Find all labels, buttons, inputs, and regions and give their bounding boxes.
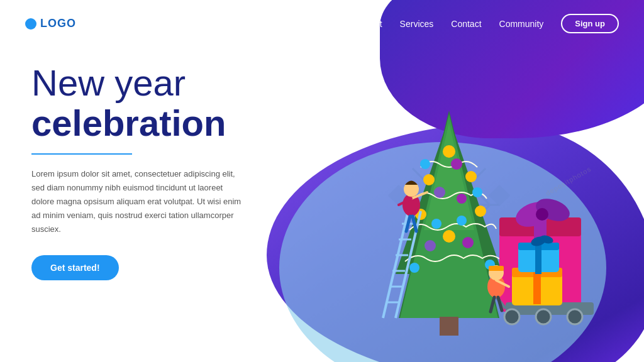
svg-point-25 [475,206,486,217]
svg-point-31 [462,237,474,248]
svg-point-21 [443,145,455,158]
logo-text: LOGO [40,17,76,30]
svg-point-33 [472,187,482,197]
logo-area: LOGO [25,17,76,30]
main-content: New year celebration Lorem ipsum dolor s… [31,63,245,280]
nav-link-about[interactable]: About [359,19,382,29]
nav-link-services[interactable]: Services [400,19,434,29]
svg-point-29 [457,194,467,204]
hero-title-line1: New year [31,62,186,103]
svg-point-36 [409,263,419,273]
svg-point-64 [567,309,582,324]
svg-point-62 [504,309,519,324]
signup-button[interactable]: Sign up [561,14,619,33]
main-nav: About Services Contact Community Sign up [359,14,619,33]
svg-point-23 [465,171,477,182]
svg-point-27 [451,158,462,170]
svg-point-35 [457,216,467,226]
svg-rect-70 [535,241,541,274]
svg-point-22 [423,174,435,185]
svg-point-58 [536,208,548,221]
nav-link-community[interactable]: Community [499,19,544,29]
logo-dot-icon [25,18,36,30]
hero-title-line2: celebration [31,102,226,143]
svg-rect-75 [489,266,504,271]
hero-title: New year celebration [31,63,245,143]
get-started-button[interactable]: Get started! [31,255,119,280]
svg-point-28 [434,187,445,198]
svg-rect-38 [440,317,458,336]
header: LOGO About Services Contact Community Si… [0,0,644,47]
svg-point-32 [420,159,430,169]
title-divider [31,153,132,155]
svg-point-63 [536,309,551,324]
hero-description: Lorem ipsum dolor sit amet, consectetuer… [31,167,245,236]
svg-point-30 [425,240,436,251]
nav-link-contact[interactable]: Contact [451,19,481,29]
svg-point-26 [443,230,455,243]
main-illustration [260,54,625,362]
svg-point-34 [431,219,441,229]
